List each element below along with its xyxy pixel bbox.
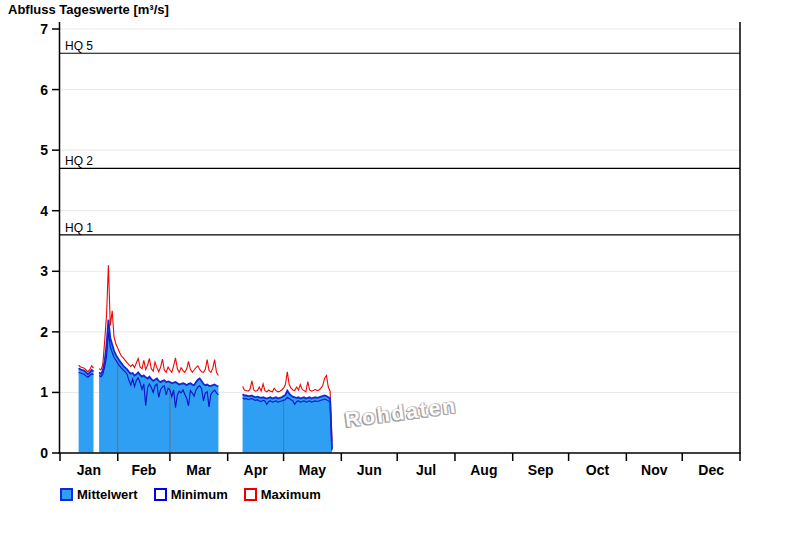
legend-label-mittelwert: Mittelwert	[77, 487, 138, 502]
svg-text:Jan: Jan	[77, 462, 101, 478]
legend-item-maximum: Maximum	[244, 487, 321, 502]
svg-text:5: 5	[40, 142, 48, 158]
svg-text:Sep: Sep	[528, 462, 554, 478]
minimum-swatch-icon	[154, 488, 167, 501]
svg-text:Oct: Oct	[586, 462, 610, 478]
svg-text:Dec: Dec	[698, 462, 724, 478]
legend-item-mittelwert: Mittelwert	[60, 487, 138, 502]
mittelwert-swatch-icon	[60, 488, 73, 501]
svg-text:Jun: Jun	[357, 462, 382, 478]
svg-text:2: 2	[40, 324, 48, 340]
svg-text:Jul: Jul	[416, 462, 436, 478]
svg-text:6: 6	[40, 82, 48, 98]
svg-text:May: May	[299, 462, 326, 478]
svg-text:Aug: Aug	[470, 462, 497, 478]
svg-text:0: 0	[40, 445, 48, 461]
svg-text:3: 3	[40, 263, 48, 279]
svg-text:Nov: Nov	[641, 462, 668, 478]
svg-text:1: 1	[40, 384, 48, 400]
plot-area: HQ 5HQ 2HQ 101234567JanFebMarAprMayJunJu…	[0, 0, 800, 550]
legend-item-minimum: Minimum	[154, 487, 228, 502]
svg-text:4: 4	[40, 203, 48, 219]
maximum-swatch-icon	[244, 488, 257, 501]
svg-text:HQ 1: HQ 1	[65, 221, 93, 235]
legend: Mittelwert Minimum Maximum	[60, 487, 321, 502]
svg-text:HQ 5: HQ 5	[65, 39, 93, 53]
svg-text:Mar: Mar	[186, 462, 211, 478]
svg-text:Feb: Feb	[131, 462, 156, 478]
svg-text:7: 7	[40, 21, 48, 37]
legend-label-minimum: Minimum	[171, 487, 228, 502]
legend-label-maximum: Maximum	[261, 487, 321, 502]
svg-text:Apr: Apr	[244, 462, 269, 478]
svg-text:HQ 2: HQ 2	[65, 154, 93, 168]
